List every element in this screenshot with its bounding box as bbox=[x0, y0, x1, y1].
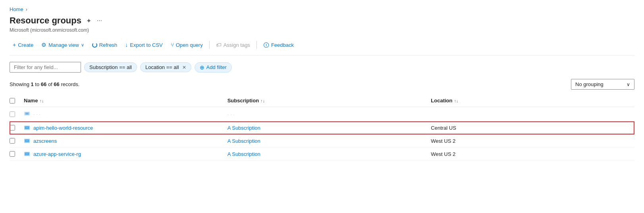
header-checkbox-cell bbox=[10, 98, 24, 104]
row-3-resource-link[interactable]: azure-app-service-rg bbox=[24, 151, 228, 157]
table-header: Name ↑↓ Subscription ↑↓ Location ↑↓ bbox=[10, 94, 634, 107]
row-2-resource-link[interactable]: azscreens bbox=[24, 138, 228, 144]
records-info-bar: Showing 1 to 66 of 66 records. No groupi… bbox=[10, 79, 634, 90]
select-all-checkbox[interactable] bbox=[10, 98, 15, 104]
row-2-resource-icon bbox=[24, 138, 30, 144]
row-2-subscription[interactable]: A Subscription bbox=[228, 138, 260, 144]
plus-icon: + bbox=[13, 42, 16, 48]
subscription-filter-label: Subscription == all bbox=[89, 64, 132, 70]
grouping-chevron-icon: ∨ bbox=[627, 82, 630, 87]
filter-input[interactable] bbox=[10, 62, 81, 73]
row-2-location: West US 2 bbox=[431, 138, 455, 144]
table-row: azscreens A Subscription West US 2 bbox=[10, 134, 634, 148]
records-count-text: Showing 1 to 66 of 66 records. bbox=[10, 81, 79, 87]
breadcrumb-home[interactable]: Home bbox=[10, 6, 23, 12]
column-location: Location ↑↓ bbox=[431, 98, 634, 104]
row-3-resource-icon bbox=[24, 151, 30, 157]
location-sort-icon[interactable]: ↑↓ bbox=[454, 98, 459, 103]
row-3-location: West US 2 bbox=[431, 151, 455, 157]
subscription-filter-pill[interactable]: Subscription == all bbox=[84, 62, 137, 72]
partial-row-checkbox[interactable] bbox=[10, 111, 15, 117]
feedback-button[interactable]: Feedback bbox=[260, 40, 297, 50]
gear-icon: ⚙ bbox=[41, 42, 46, 48]
row-1-resource-link[interactable]: apim-hello-world-resource bbox=[24, 125, 228, 131]
toolbar: + Create ⚙ Manage view ∨ Refresh ↓ Expor… bbox=[10, 39, 634, 56]
row-1-subscription[interactable]: A Subscription bbox=[228, 125, 260, 131]
manage-view-button[interactable]: ⚙ Manage view ∨ bbox=[38, 39, 87, 50]
row-3-name: azure-app-service-rg bbox=[33, 151, 81, 157]
breadcrumb: Home › bbox=[10, 6, 634, 12]
row-1-resource-icon bbox=[24, 125, 30, 131]
row-1-location: Central US bbox=[431, 125, 456, 131]
grouping-label: No grouping bbox=[575, 81, 604, 87]
column-name: Name ↑↓ bbox=[24, 98, 228, 104]
row-2-checkbox[interactable] bbox=[10, 138, 15, 144]
name-sort-icon[interactable]: ↑↓ bbox=[39, 98, 44, 103]
feedback-icon bbox=[263, 42, 269, 48]
chevron-down-icon: ∨ bbox=[81, 42, 84, 48]
page-header: Resource groups ✦ ··· bbox=[10, 15, 634, 26]
refresh-button[interactable]: Refresh bbox=[89, 40, 121, 50]
partial-table-row: · · · · · · bbox=[10, 107, 634, 121]
table-row: apim-hello-world-resource A Subscription… bbox=[10, 121, 634, 134]
breadcrumb-separator: › bbox=[26, 7, 27, 12]
partial-resource-link[interactable]: · · · bbox=[24, 110, 228, 118]
row-1-checkbox[interactable] bbox=[10, 125, 15, 130]
location-filter-pill[interactable]: Location == all ✕ bbox=[140, 62, 191, 72]
add-filter-button[interactable]: ⊕ Add filter bbox=[195, 62, 232, 73]
more-options-button[interactable]: ··· bbox=[96, 16, 103, 25]
table-row: azure-app-service-rg A Subscription West… bbox=[10, 148, 634, 161]
grouping-dropdown[interactable]: No grouping ∨ bbox=[571, 79, 634, 90]
pin-icon: ✦ bbox=[86, 17, 91, 25]
page-subtitle: Microsoft (microsoft.onmicrosoft.com) bbox=[10, 27, 634, 33]
assign-tags-button[interactable]: 🏷 Assign tags bbox=[213, 39, 253, 50]
location-filter-close-icon[interactable]: ✕ bbox=[182, 65, 186, 70]
row-1-name: apim-hello-world-resource bbox=[33, 125, 93, 131]
pin-button[interactable]: ✦ bbox=[85, 16, 92, 25]
add-filter-icon: ⊕ bbox=[200, 64, 204, 71]
export-csv-button[interactable]: ↓ Export to CSV bbox=[122, 39, 166, 50]
branch-icon: ⑂ bbox=[171, 42, 174, 48]
resource-groups-table: Name ↑↓ Subscription ↑↓ Location ↑↓ bbox=[10, 94, 634, 161]
filter-bar: Subscription == all Location == all ✕ ⊕ … bbox=[10, 62, 634, 73]
ellipsis-icon: ··· bbox=[97, 17, 102, 24]
toolbar-divider-1 bbox=[209, 41, 210, 49]
create-button[interactable]: + Create bbox=[10, 39, 37, 50]
toolbar-divider-2 bbox=[256, 41, 257, 49]
column-subscription: Subscription ↑↓ bbox=[228, 98, 431, 104]
location-filter-label: Location == all bbox=[145, 64, 179, 70]
partial-resource-icon bbox=[24, 110, 30, 118]
page-title: Resource groups bbox=[10, 15, 81, 26]
refresh-icon bbox=[92, 42, 97, 48]
row-3-subscription[interactable]: A Subscription bbox=[228, 151, 260, 157]
partial-subscription-link[interactable]: · · · bbox=[228, 111, 235, 117]
row-3-checkbox[interactable] bbox=[10, 151, 15, 157]
tag-icon: 🏷 bbox=[216, 42, 222, 48]
download-icon: ↓ bbox=[125, 42, 128, 48]
svg-point-2 bbox=[26, 113, 28, 114]
subscription-sort-icon[interactable]: ↑↓ bbox=[260, 98, 265, 103]
open-query-button[interactable]: ⑂ Open query bbox=[168, 39, 206, 50]
row-2-name: azscreens bbox=[33, 138, 57, 144]
